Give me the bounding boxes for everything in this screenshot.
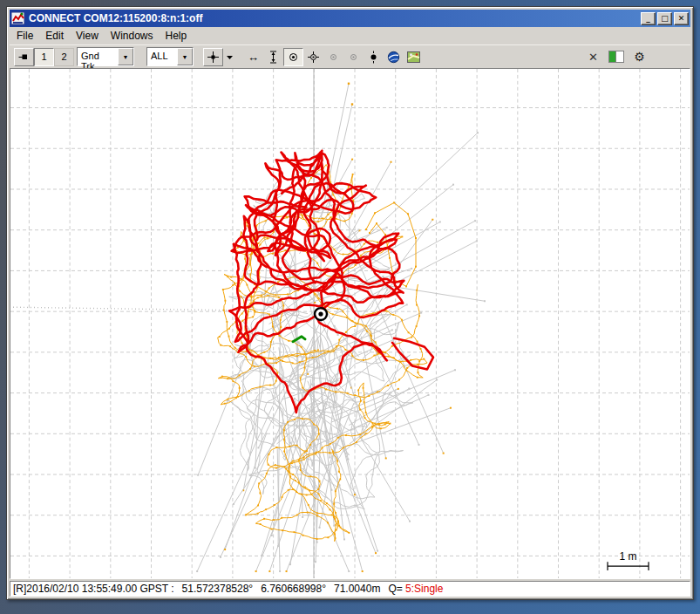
app-icon [11, 11, 25, 25]
marker-style-button[interactable] [14, 48, 34, 66]
scale-bar-label: 1 m [620, 550, 637, 563]
status-longitude: 6.760668998° [261, 583, 326, 595]
options-button[interactable]: ⚙ [629, 48, 649, 66]
center-menu-button[interactable] [223, 48, 236, 66]
stream-cell-2 [616, 51, 623, 62]
google-map-button[interactable] [404, 48, 424, 66]
chevron-down-icon [226, 53, 234, 61]
dot-line-icon [18, 51, 30, 63]
maximize-button[interactable]: □ [657, 12, 672, 25]
chevron-down-icon[interactable]: ▼ [118, 48, 133, 65]
center-origin-button[interactable] [203, 48, 223, 66]
quality-label: Q= [388, 583, 402, 595]
solution2-button[interactable]: 2 [54, 48, 74, 66]
status-bar: [R] 2016/02/10 13:55:49.00 GPST : 51.572… [10, 581, 690, 597]
stream-cell-1 [609, 51, 616, 62]
menu-bar: File Edit View Windows Help [10, 27, 690, 44]
google-earth-button[interactable] [384, 48, 404, 66]
fit-horizontal-button[interactable]: ↔ [243, 48, 263, 66]
close-button[interactable]: ✕ [674, 12, 689, 25]
google-earth-icon [387, 51, 400, 64]
fit-horizontal-icon: ↔ [248, 51, 259, 64]
plot-type-value: Gnd Trk [78, 48, 118, 65]
title-bar[interactable]: CONNECT COM12:115200:8:n:1:off _ □ ✕ [10, 10, 690, 27]
fix-vertical-button[interactable] [343, 48, 364, 66]
satellite-filter-select[interactable]: ALL ▼ [146, 47, 194, 66]
quality-value: 5:Single [405, 583, 443, 595]
fix-center-icon [308, 51, 319, 63]
app-window: CONNECT COM12:115200:8:n:1:off _ □ ✕ Fil… [6, 6, 694, 600]
solution1-button[interactable]: 1 [34, 48, 54, 66]
point-icon [368, 51, 379, 64]
small-circle-icon [349, 52, 358, 62]
show-track-icon [288, 51, 299, 63]
clear-button[interactable]: ✕ [583, 48, 603, 66]
record-indicator: [R] [13, 583, 26, 595]
status-latitude: 51.572378528° [182, 583, 254, 595]
minimize-button[interactable]: _ [641, 12, 656, 25]
small-circle-icon [329, 52, 338, 62]
gear-icon: ⚙ [634, 50, 645, 64]
menu-view[interactable]: View [70, 28, 105, 44]
fix-center-button[interactable] [303, 48, 323, 66]
fix-horizontal-button[interactable] [323, 48, 343, 66]
plot-type-select[interactable]: Gnd Trk ▼ [77, 47, 134, 66]
menu-windows[interactable]: Windows [105, 28, 160, 44]
ground-track-plot[interactable]: 1 m [10, 68, 690, 579]
fit-vertical-button[interactable] [263, 48, 283, 66]
satellite-filter-value: ALL [147, 48, 177, 65]
status-time: 2016/02/10 13:55:49.00 GPST : [26, 583, 173, 595]
desktop-background: CONNECT COM12:115200:8:n:1:off _ □ ✕ Fil… [0, 0, 700, 614]
menu-edit[interactable]: Edit [39, 28, 70, 44]
menu-file[interactable]: File [10, 28, 39, 44]
google-map-icon [407, 51, 420, 63]
close-icon: ✕ [588, 51, 598, 64]
plot-canvas[interactable]: 1 m [10, 69, 690, 578]
window-title: CONNECT COM12:115200:8:n:1:off [29, 12, 639, 24]
show-track-button[interactable] [283, 48, 303, 66]
chevron-down-icon[interactable]: ▼ [177, 48, 193, 65]
fit-vertical-icon [268, 51, 279, 64]
center-origin-icon [207, 51, 219, 63]
tool-bar: 1 2 Gnd Trk ▼ ALL ▼ ↔ [10, 44, 690, 68]
stream-status-indicator [608, 51, 624, 63]
menu-help[interactable]: Help [160, 28, 194, 44]
status-height: 71.0040m [334, 583, 380, 595]
show-point-button[interactable] [364, 48, 384, 66]
